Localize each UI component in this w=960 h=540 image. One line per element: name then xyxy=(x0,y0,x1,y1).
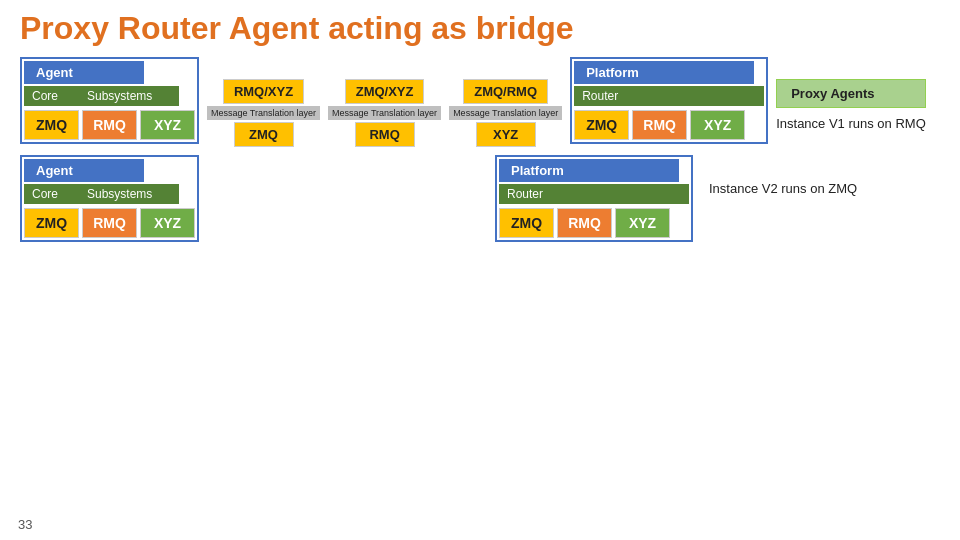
p-zmq-2: ZMQ xyxy=(499,208,554,238)
core-label-2: Core xyxy=(24,184,79,204)
trans-rmqxyz: RMQ/XYZ Message Translation layer ZMQ xyxy=(207,79,320,147)
instance1-block: Agent Core Subsystems ZMQ RMQ XYZ xyxy=(20,57,926,147)
xyz-2: XYZ xyxy=(140,208,195,238)
diagram-layout: Agent Core Subsystems ZMQ RMQ XYZ xyxy=(20,57,940,242)
mid1-label: RMQ/XYZ xyxy=(223,79,304,104)
mid1-msg: Message Translation layer xyxy=(207,106,320,120)
rmq-2: RMQ xyxy=(82,208,137,238)
xyz-1: XYZ xyxy=(140,110,195,140)
proxy-agents-label: Proxy Agents xyxy=(776,79,926,108)
mid2-bottom: RMQ xyxy=(355,122,415,147)
subsystems-label-1: Subsystems xyxy=(79,86,179,106)
trans-zmqxyz: ZMQ/XYZ Message Translation layer RMQ xyxy=(328,79,441,147)
instances-column: Agent Core Subsystems ZMQ RMQ XYZ xyxy=(20,57,926,242)
p-zmq-1: ZMQ xyxy=(574,110,629,140)
trans-zmqrmq: ZMQ/RMQ Message Translation layer XYZ xyxy=(449,79,562,147)
platform-label-2: Platform xyxy=(499,159,679,182)
agent-section-2: Agent Core Subsystems ZMQ RMQ XYZ xyxy=(20,155,199,242)
instance1-label: Instance V1 runs on RMQ xyxy=(776,112,926,131)
subsystems-label-2: Subsystems xyxy=(79,184,179,204)
p-xyz-1: XYZ xyxy=(690,110,745,140)
page-number: 33 xyxy=(18,517,32,532)
mid3-msg: Message Translation layer xyxy=(449,106,562,120)
p-rmq-2: RMQ xyxy=(557,208,612,238)
p-rmq-1: RMQ xyxy=(632,110,687,140)
router-label-2: Router xyxy=(499,184,689,204)
mid-blocks-1: RMQ/XYZ Message Translation layer ZMQ ZM… xyxy=(207,79,562,147)
mid2-msg: Message Translation layer xyxy=(328,106,441,120)
proxy-and-instance-1: Proxy Agents Instance V1 runs on RMQ xyxy=(776,79,926,131)
platform-section-1: Platform Router ZMQ RMQ XYZ xyxy=(570,57,768,144)
p-xyz-2: XYZ xyxy=(615,208,670,238)
mid2-label: ZMQ/XYZ xyxy=(345,79,425,104)
agent-label-1: Agent xyxy=(24,61,144,84)
zmq-1: ZMQ xyxy=(24,110,79,140)
page: Proxy Router Agent acting as bridge Agen… xyxy=(0,0,960,540)
instance2-block: Agent Core Subsystems ZMQ RMQ XYZ xyxy=(20,155,926,242)
router-label-1: Router xyxy=(574,86,764,106)
mid1-bottom: ZMQ xyxy=(234,122,294,147)
instance2-label: Instance V2 runs on ZMQ xyxy=(709,177,857,196)
core-label-1: Core xyxy=(24,86,79,106)
page-title: Proxy Router Agent acting as bridge xyxy=(20,10,940,47)
rmq-1: RMQ xyxy=(82,110,137,140)
instance2-label-wrapper: Instance V2 runs on ZMQ xyxy=(701,177,857,196)
agent-label-2: Agent xyxy=(24,159,144,182)
zmq-2: ZMQ xyxy=(24,208,79,238)
platform-label-1: Platform xyxy=(574,61,754,84)
platform-section-2: Platform Router ZMQ RMQ XYZ xyxy=(495,155,693,242)
mid3-label: ZMQ/RMQ xyxy=(463,79,548,104)
mid3-bottom: XYZ xyxy=(476,122,536,147)
agent-section-1: Agent Core Subsystems ZMQ RMQ XYZ xyxy=(20,57,199,144)
